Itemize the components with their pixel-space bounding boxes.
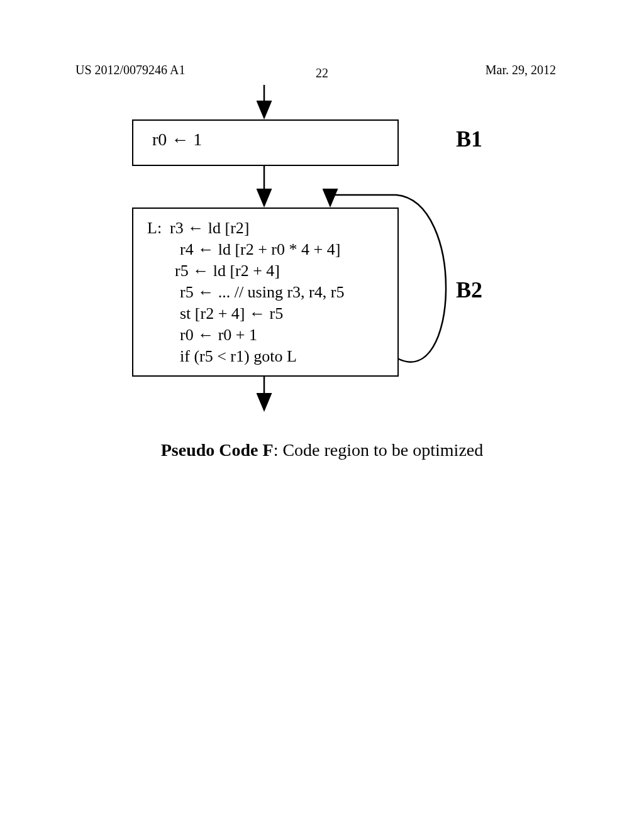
caption-title: Pseudo Code F bbox=[161, 440, 274, 460]
b2-line-1: r3 ← ld [r2] bbox=[170, 219, 249, 237]
caption-desc: : Code region to be optimized bbox=[274, 440, 484, 460]
b2-line-7: if (r5 < r1) goto L bbox=[147, 346, 344, 367]
block-b1: r0 ← 1 bbox=[132, 119, 399, 166]
label-b1: B1 bbox=[456, 126, 482, 152]
block-b2: L: r3 ← ld [r2] r4 ← ld [r2 + r0 * 4 + 4… bbox=[132, 208, 399, 377]
b2-line-3: r5 ← ld [r2 + 4] bbox=[147, 260, 344, 282]
b2-label-prefix: L: bbox=[147, 219, 162, 237]
b2-line-2: r4 ← ld [r2 + r0 * 4 + 4] bbox=[147, 239, 344, 260]
publication-date: Mar. 29, 2012 bbox=[486, 63, 556, 77]
b1-code-line: r0 ← 1 bbox=[152, 130, 202, 150]
b2-line-5: st [r2 + 4] ← r5 bbox=[147, 303, 344, 324]
b2-code: L: r3 ← ld [r2] r4 ← ld [r2 + r0 * 4 + 4… bbox=[147, 218, 344, 367]
b2-line-6: r0 ← r0 + 1 bbox=[147, 324, 344, 346]
page-container: US 2012/0079246 A1 22 Mar. 29, 2012 r0 ←… bbox=[0, 0, 644, 830]
figure-caption: Pseudo Code F: Code region to be optimiz… bbox=[0, 440, 644, 460]
flow-diagram: r0 ← 1 B1 L: r3 ← ld [r2] r4 ← ld [r2 + … bbox=[82, 82, 560, 434]
b2-line-4: r5 ← ... // using r3, r4, r5 bbox=[147, 282, 344, 303]
label-b2: B2 bbox=[456, 277, 482, 303]
